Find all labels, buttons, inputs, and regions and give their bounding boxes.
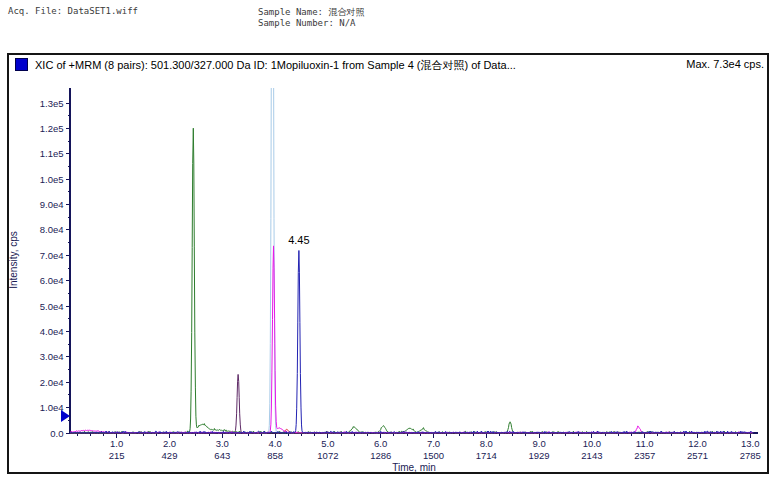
max-intensity-label: Max. 7.3e4 cps. <box>686 58 764 70</box>
y-axis-ticks: 0.01.0e42.0e43.0e44.0e45.0e46.0e47.0e48.… <box>40 98 70 439</box>
y-tick-label: 1.1e5 <box>40 148 64 159</box>
x-tick-minutes-label: 6.0 <box>374 438 387 449</box>
x-tick-minutes-label: 5.0 <box>321 438 334 449</box>
x-tick-minutes-label: 7.0 <box>427 438 440 449</box>
y-tick-label: 1.0e5 <box>40 174 64 185</box>
x-tick-minutes-label: 2.0 <box>163 438 176 449</box>
x-tick-scan-label: 1500 <box>423 450 444 461</box>
x-tick-minutes-label: 3.0 <box>216 438 229 449</box>
trace-navy-xic <box>70 251 753 434</box>
y-tick-label: 7.0e4 <box>40 250 64 261</box>
y-tick-label: 1.2e5 <box>40 123 64 134</box>
x-tick-scan-label: 2785 <box>740 450 761 461</box>
y-axis-title: Intensity, cps <box>9 231 19 289</box>
x-tick-scan-label: 1929 <box>529 450 550 461</box>
y-tick-label: 0.0 <box>50 428 63 439</box>
active-trace-legend-icon[interactable] <box>15 58 28 71</box>
pane-title: XIC of +MRM (8 pairs): 501.300/327.000 D… <box>35 58 516 73</box>
x-tick-scan-label: 858 <box>267 450 283 461</box>
x-tick-minutes-label: 4.0 <box>268 438 281 449</box>
page: { "header": { "acq_file": "Acq. File: Da… <box>0 0 776 480</box>
y-tick-label: 6.0e4 <box>40 275 64 286</box>
x-tick-scan-label: 1286 <box>370 450 391 461</box>
x-tick-scan-label: 2143 <box>581 450 602 461</box>
peak-rt-annotation: 4.45 <box>288 234 309 246</box>
chromatogram-plot[interactable]: 0.01.0e42.0e43.0e44.0e45.0e46.0e47.0e48.… <box>9 55 767 472</box>
trace-magenta-xic <box>70 246 753 433</box>
x-tick-scan-label: 643 <box>214 450 230 461</box>
x-tick-minutes-label: 9.0 <box>532 438 545 449</box>
y-tick-label: 5.0e4 <box>40 301 64 312</box>
x-tick-scan-label: 1714 <box>476 450 497 461</box>
x-tick-minutes-label: 10.0 <box>583 438 602 449</box>
x-tick-scan-label: 2571 <box>687 450 708 461</box>
y-tick-label: 4.0e4 <box>40 326 64 337</box>
x-tick-minutes-label: 12.0 <box>688 438 707 449</box>
pane-title-bar: XIC of +MRM (8 pairs): 501.300/327.000 D… <box>9 55 767 73</box>
x-tick-minutes-label: 11.0 <box>636 438 654 449</box>
x-tick-minutes-label: 13.0 <box>741 438 760 449</box>
chromatogram-panel: XIC of +MRM (8 pairs): 501.300/327.000 D… <box>7 53 769 474</box>
axes <box>70 88 758 433</box>
trace-lightblue-xic <box>70 55 753 433</box>
x-axis-title: Time, min <box>392 462 436 473</box>
x-tick-minutes-label: 8.0 <box>480 438 493 449</box>
y-tick-label: 9.0e4 <box>40 199 64 210</box>
y-tick-label: 3.0e4 <box>40 351 64 362</box>
x-tick-scan-label: 1072 <box>317 450 338 461</box>
x-tick-scan-label: 215 <box>109 450 125 461</box>
y-tick-label: 8.0e4 <box>40 224 64 235</box>
trace-purple-xic <box>70 374 753 433</box>
x-tick-scan-label: 429 <box>162 450 178 461</box>
trace-green-xic <box>70 128 753 433</box>
x-tick-scan-label: 2357 <box>634 450 655 461</box>
sample-number-label: Sample Number: N/A <box>258 18 356 28</box>
y-tick-label: 2.0e4 <box>40 377 64 388</box>
acq-file-label: Acq. File: DataSET1.wiff <box>8 6 138 16</box>
x-axis-ticks: 1.02152.04293.06434.08585.010726.012867.… <box>77 433 761 461</box>
y-tick-label: 1.0e4 <box>40 402 64 413</box>
y-tick-label: 1.3e5 <box>40 98 64 109</box>
x-tick-minutes-label: 1.0 <box>110 438 123 449</box>
traces <box>70 55 753 433</box>
